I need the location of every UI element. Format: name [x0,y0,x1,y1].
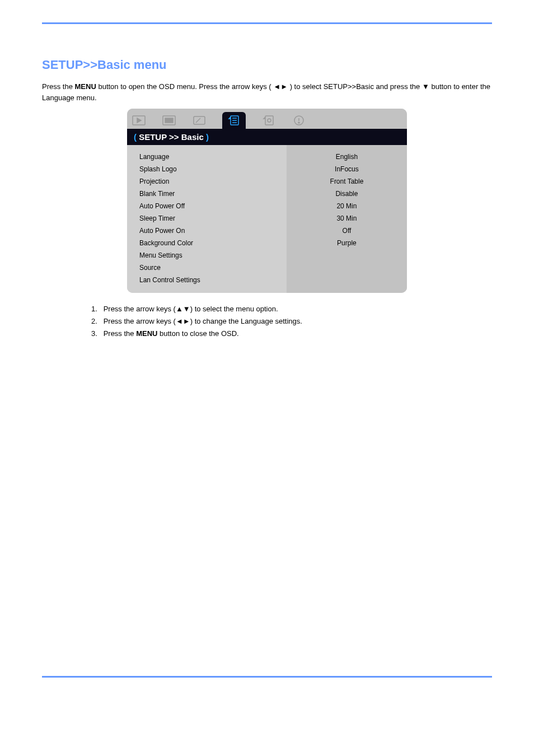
instruction-step-2: 2. Press the arrow keys (◄►) to change t… [91,315,492,328]
menu-item-language[interactable]: Language [139,151,287,163]
section-title: SETUP>>Basic menu [42,58,492,72]
menu-item-menu-settings[interactable]: Menu Settings [139,249,287,262]
step1-a: Press the arrow keys ( [104,305,176,313]
menu-item-sleep-timer[interactable]: Sleep Timer [139,212,287,225]
instruction-step-1: 1. Press the arrow keys (▲▼) to select t… [91,303,492,315]
value-auto-power-off: 20 Min [287,200,407,212]
svg-rect-4 [194,116,205,124]
step3-a: Press the [104,329,137,338]
menu-item-auto-power-off[interactable]: Auto Power Off [139,200,287,212]
menu-item-background-color[interactable]: Background Color [139,237,287,249]
osd-labels-column: Language Splash Logo Projection Blank Ti… [127,145,287,293]
instruction-list: 1. Press the arrow keys (▲▼) to select t… [91,303,492,340]
tab-picture-basic-icon[interactable] [132,114,146,127]
down-arrow-icon: ▼ [422,82,429,91]
intro-mid2: button to open the OSD menu. Press the a… [96,82,274,91]
svg-point-14 [298,122,299,123]
tab-display-icon[interactable] [192,114,207,127]
paren-open-icon: ( [134,132,137,142]
tab-setup-advanced-icon[interactable] [261,114,276,127]
osd-breadcrumb: ( SETUP >> Basic ) [127,129,407,145]
top-rule [42,22,492,24]
menu-item-source[interactable]: Source [139,262,287,274]
osd-panel: ( SETUP >> Basic ) Language Splash Logo … [127,109,407,293]
value-projection: Front Table [287,175,407,188]
intro-menu-word: MENU [75,82,96,91]
value-auto-power-on: Off [287,225,407,237]
osd-tabbar [127,109,407,129]
breadcrumb-text: SETUP >> Basic [139,132,204,142]
up-down-arrows-icon: ▲▼ [176,305,190,313]
menu-item-blank-timer[interactable]: Blank Timer [139,188,287,200]
svg-marker-1 [137,118,141,123]
menu-item-lan-control[interactable]: Lan Control Settings [139,274,287,286]
menu-item-projection[interactable]: Projection [139,175,287,188]
step2-b: ) to change the Language settings. [190,317,302,325]
svg-point-11 [268,119,271,122]
menu-item-auto-power-on[interactable]: Auto Power On [139,225,287,237]
paren-close-icon: ) [206,132,209,142]
value-sleep-timer: 30 Min [287,212,407,225]
value-background-color: Purple [287,237,407,249]
instruction-step-3: 3. Press the MENU button to close the OS… [91,328,492,340]
left-right-arrows-icon-2: ◄► [176,317,190,325]
tab-picture-advanced-icon[interactable] [162,114,176,127]
tab-status-icon[interactable] [292,114,306,127]
intro-text: Press the MENU button to open the OSD me… [42,81,492,103]
value-splash-logo: InFocus [287,163,407,175]
step3-b: button to close the OSD. [157,329,238,338]
value-blank-timer: Disable [287,188,407,200]
value-language: English [287,151,407,163]
osd-values-column: English InFocus Front Table Disable 20 M… [287,145,407,293]
intro-prefix: Press the [42,82,75,91]
left-right-arrows-icon: ◄► [273,82,288,91]
intro-suffix: ) to select SETUP>>Basic and press the [288,82,422,91]
step1-b: ) to select the menu option. [190,305,278,313]
step3-menu-word: MENU [136,329,157,338]
svg-rect-3 [165,118,173,123]
svg-rect-10 [265,116,273,125]
menu-item-splash-logo[interactable]: Splash Logo [139,163,287,175]
tab-setup-basic-icon[interactable] [222,112,246,129]
step2-a: Press the arrow keys ( [104,317,176,325]
bottom-rule [42,676,492,678]
svg-line-5 [196,118,200,123]
